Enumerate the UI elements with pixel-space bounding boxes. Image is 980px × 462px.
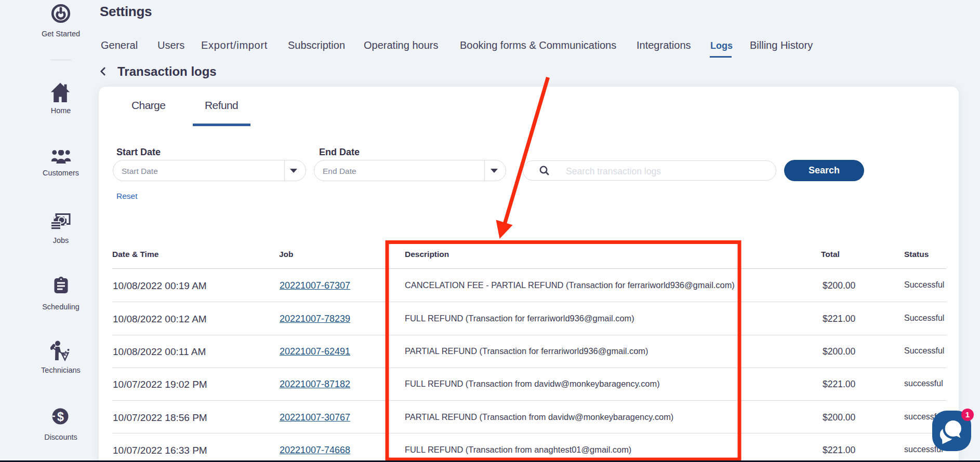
svg-text:$: $ (57, 410, 64, 424)
